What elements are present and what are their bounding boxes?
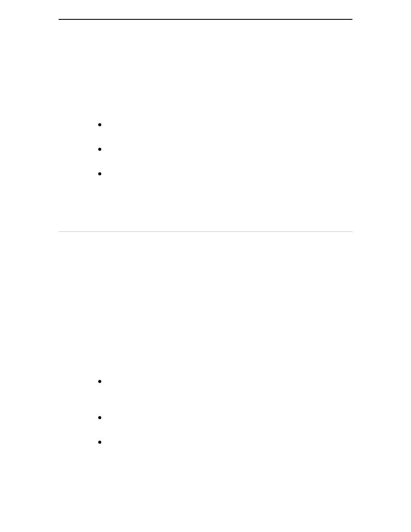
list-item: [98, 441, 352, 465]
document-page: [0, 0, 411, 532]
list-item: [98, 123, 352, 148]
bullet-icon: [98, 380, 101, 383]
bullet-icon: [98, 123, 101, 126]
bullet-list-1: [98, 123, 352, 197]
list-item: [98, 148, 352, 172]
bullet-icon: [98, 172, 101, 175]
spacer: [59, 20, 352, 123]
list-item: [98, 416, 352, 441]
spacer: [59, 232, 352, 380]
bullet-icon: [98, 148, 101, 151]
bullet-icon: [98, 416, 101, 419]
list-item: [98, 380, 352, 416]
bullet-list-2: [98, 380, 352, 465]
bullet-icon: [98, 441, 101, 444]
list-item: [98, 172, 352, 197]
spacer: [59, 197, 352, 231]
